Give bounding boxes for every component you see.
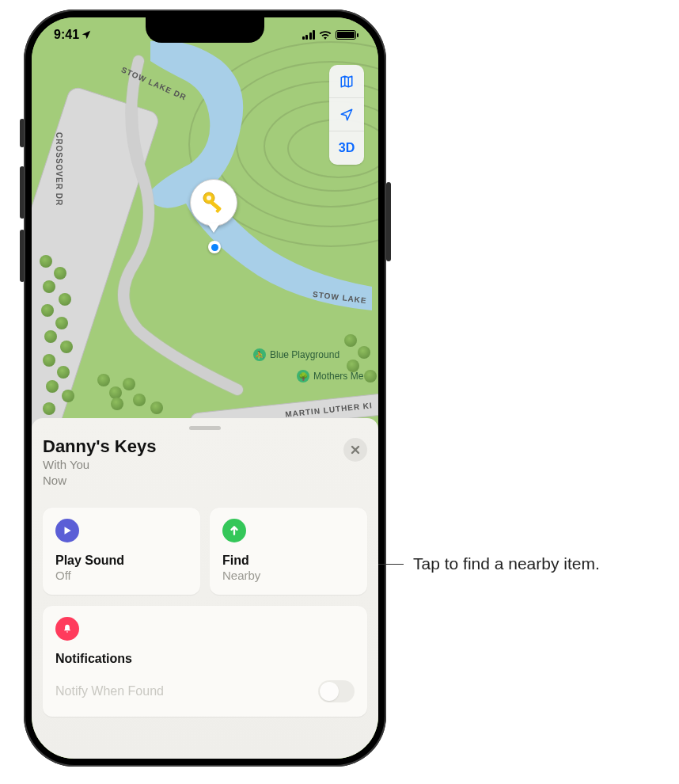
road-label-crossover: CROSSOVER DR	[55, 132, 63, 206]
sheet-grabber[interactable]	[189, 426, 221, 430]
close-icon	[351, 445, 360, 455]
play-icon	[55, 519, 79, 542]
play-sound-card[interactable]: Play Sound Off	[43, 508, 200, 595]
item-name: Danny's Keys	[43, 436, 156, 457]
3d-toggle-button[interactable]: 3D	[329, 131, 364, 165]
cellular-signal-icon	[302, 30, 316, 40]
item-detail-sheet: Danny's Keys With You Now Play Sound Off	[32, 418, 378, 759]
poi-mothers-meadow[interactable]: 🌳 Mothers Me	[297, 370, 363, 382]
find-sub: Nearby	[222, 569, 355, 582]
wifi-icon	[319, 30, 332, 40]
item-location-pin[interactable]	[190, 179, 237, 226]
location-services-icon	[81, 29, 92, 40]
battery-icon	[336, 30, 356, 40]
svg-point-1	[207, 196, 211, 200]
callout-text: Tap to find a nearby item.	[413, 554, 600, 573]
item-status-line2: Now	[43, 474, 156, 489]
bell-icon	[55, 617, 79, 641]
arrow-up-icon	[222, 519, 246, 542]
poi-blue-playground[interactable]: ⛹ Blue Playground	[253, 348, 340, 361]
item-status-line1: With You	[43, 458, 156, 473]
play-sound-title: Play Sound	[55, 554, 188, 568]
tree-icon: 🌳	[297, 370, 309, 382]
notch	[146, 17, 264, 43]
notifications-card: Notifications Notify When Found	[43, 606, 367, 717]
status-time: 9:41	[54, 28, 79, 42]
map-style-button[interactable]	[329, 65, 364, 98]
notifications-title: Notifications	[55, 652, 355, 666]
map-controls: 3D	[329, 65, 364, 165]
map-icon	[339, 74, 355, 89]
screen: 9:41	[32, 17, 378, 759]
notify-when-found-toggle[interactable]	[318, 680, 355, 702]
phone-power-button	[386, 182, 391, 261]
key-icon	[199, 188, 228, 217]
user-location-dot	[208, 241, 221, 253]
park-icon: ⛹	[253, 348, 266, 361]
notify-when-found-label: Notify When Found	[55, 684, 164, 698]
location-arrow-icon	[340, 108, 354, 122]
recenter-button[interactable]	[329, 98, 364, 131]
find-title: Find	[222, 554, 355, 568]
play-sound-sub: Off	[55, 569, 188, 582]
phone-frame: 9:41	[24, 10, 386, 767]
close-button[interactable]	[343, 438, 367, 462]
find-card[interactable]: Find Nearby	[210, 508, 367, 595]
